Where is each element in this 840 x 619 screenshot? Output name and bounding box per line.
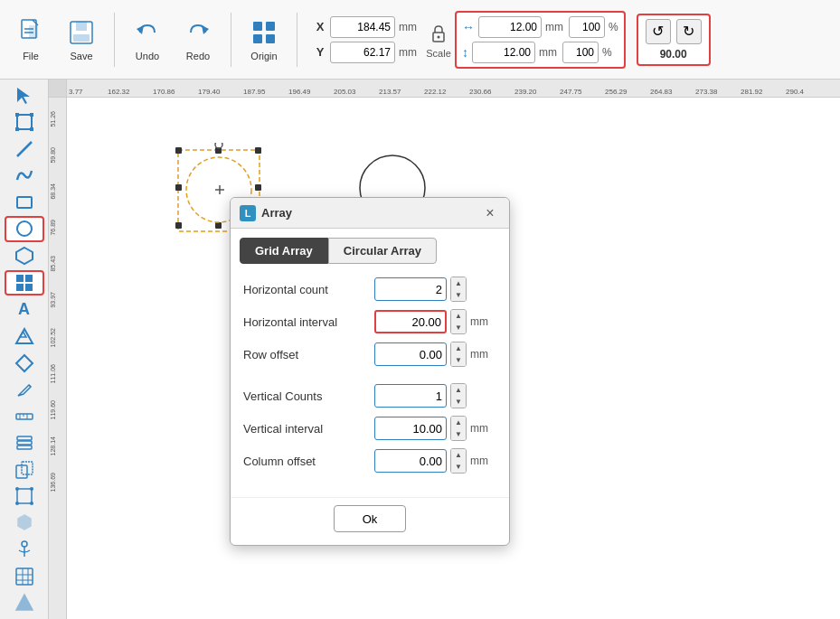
horizontal-interval-up[interactable]: ▲ xyxy=(451,310,466,322)
row-offset-down[interactable]: ▼ xyxy=(451,354,466,366)
row-offset-input[interactable] xyxy=(374,342,447,366)
horizontal-interval-label: Horizontal interval xyxy=(243,315,374,329)
svg-point-14 xyxy=(438,35,440,38)
sidebar-pen-tool[interactable] xyxy=(5,378,44,402)
height-unit: mm xyxy=(539,46,559,59)
vertical-interval-up[interactable]: ▲ xyxy=(451,417,466,428)
svg-point-44 xyxy=(30,487,33,491)
svg-marker-29 xyxy=(16,329,33,343)
sidebar-rect-tool[interactable] xyxy=(5,190,44,214)
vertical-counts-input-wrap: ▲ ▼ xyxy=(374,383,467,408)
row-offset-up[interactable]: ▲ xyxy=(451,342,466,354)
horizontal-count-down[interactable]: ▼ xyxy=(451,289,466,301)
column-offset-row: Column offset ▲ ▼ mm xyxy=(243,448,496,474)
ok-button[interactable]: Ok xyxy=(334,505,406,532)
column-offset-input[interactable] xyxy=(374,449,447,473)
rotate-cw-button[interactable]: ↻ xyxy=(676,19,702,44)
dialog-close-button[interactable]: × xyxy=(480,203,500,223)
lock-icon[interactable] xyxy=(426,21,451,46)
rotate-ccw-button[interactable]: ↺ xyxy=(646,19,671,44)
width-icon: ↔ xyxy=(462,20,475,34)
sidebar-layers-tool[interactable] xyxy=(5,431,44,455)
height-pct-label: % xyxy=(602,46,612,59)
sidebar-polygon-tool[interactable] xyxy=(5,244,44,268)
height-row: ↕ mm % xyxy=(462,42,618,63)
vertical-interval-unit: mm xyxy=(470,422,488,435)
vertical-interval-input[interactable] xyxy=(374,417,447,440)
ruler-vertical: 51.26 59.80 68.34 76.89 85.43 93.97 102.… xyxy=(49,80,67,619)
sidebar-transform-tool[interactable] xyxy=(5,484,44,509)
ruler-horizontal: 3.77 162.32 170.86 179.40 187.95 196.49 … xyxy=(67,80,840,98)
dialog-title-left: L Array xyxy=(240,205,292,221)
column-offset-spinner: ▲ ▼ xyxy=(450,448,467,474)
column-offset-unit: mm xyxy=(470,455,488,467)
svg-rect-64 xyxy=(175,184,182,191)
svg-rect-19 xyxy=(15,127,19,131)
vertical-interval-spinner: ▲ ▼ xyxy=(450,416,467,441)
svg-point-43 xyxy=(15,487,19,491)
horizontal-count-up[interactable]: ▲ xyxy=(451,277,466,289)
horizontal-interval-spinner: ▲ ▼ xyxy=(450,309,467,334)
sidebar-group-tool[interactable] xyxy=(5,511,44,535)
svg-rect-27 xyxy=(16,284,24,291)
sidebar-anchor-tool[interactable] xyxy=(5,538,44,562)
sidebar-measure-tool[interactable] xyxy=(5,591,44,615)
sidebar-line-tool[interactable] xyxy=(5,136,44,161)
horizontal-count-input[interactable] xyxy=(374,277,447,301)
save-button[interactable]: Save xyxy=(58,7,105,72)
height-input[interactable] xyxy=(472,42,535,63)
svg-rect-57 xyxy=(175,147,182,154)
column-offset-down[interactable]: ▼ xyxy=(451,461,466,473)
svg-rect-6 xyxy=(73,34,90,42)
width-input[interactable] xyxy=(478,16,542,38)
rotate-group: ↺ ↻ 90.00 xyxy=(637,14,711,66)
sidebar-frame-tool[interactable] xyxy=(5,109,44,134)
vertical-interval-down[interactable]: ▼ xyxy=(451,428,466,440)
sidebar-curve-tool[interactable] xyxy=(5,163,44,187)
svg-line-21 xyxy=(17,142,32,156)
vertical-counts-input[interactable] xyxy=(374,384,447,408)
horizontal-interval-unit: mm xyxy=(470,315,488,328)
x-input[interactable] xyxy=(330,16,395,38)
vertical-counts-up[interactable]: ▲ xyxy=(451,384,466,396)
sidebar-text-tool[interactable]: A xyxy=(5,297,44,322)
sidebar-select-tool[interactable] xyxy=(5,83,44,108)
dimensions-group: ↔ mm % ↕ mm % xyxy=(455,11,626,69)
tab-circular-array[interactable]: Circular Array xyxy=(328,238,437,264)
svg-rect-10 xyxy=(266,22,275,31)
divider-3 xyxy=(297,13,297,67)
vertical-counts-down[interactable]: ▼ xyxy=(451,396,466,408)
svg-rect-25 xyxy=(16,275,24,282)
file-button[interactable]: File xyxy=(7,7,54,72)
tab-grid-array[interactable]: Grid Array xyxy=(240,238,328,264)
height-pct-input[interactable] xyxy=(562,42,599,63)
y-input[interactable] xyxy=(330,42,395,63)
vertical-counts-row: Vertical Counts ▲ ▼ xyxy=(243,383,496,408)
sidebar-grid-tool[interactable] xyxy=(5,564,44,588)
sidebar-ellipse-tool[interactable] xyxy=(5,216,44,241)
svg-marker-8 xyxy=(202,25,209,34)
sidebar-diamond-tool[interactable] xyxy=(5,351,44,375)
row-offset-input-wrap: ▲ ▼ mm xyxy=(374,342,488,367)
origin-button[interactable]: Origin xyxy=(241,7,288,72)
sidebar-array-tool[interactable] xyxy=(5,270,44,295)
row-offset-label: Row offset xyxy=(243,348,374,361)
row-offset-spinner: ▲ ▼ xyxy=(450,342,467,367)
svg-marker-15 xyxy=(17,88,30,104)
svg-rect-39 xyxy=(17,445,32,449)
svg-rect-37 xyxy=(17,436,32,440)
dialog-titlebar: L Array × xyxy=(231,198,509,229)
svg-rect-62 xyxy=(215,222,222,229)
svg-marker-7 xyxy=(137,25,144,34)
sidebar-copy-tool[interactable] xyxy=(5,457,44,482)
horizontal-interval-input[interactable] xyxy=(374,310,447,333)
redo-button[interactable]: Redo xyxy=(175,7,222,72)
undo-button[interactable]: Undo xyxy=(124,7,171,72)
horizontal-interval-down[interactable]: ▼ xyxy=(451,322,466,333)
width-pct-input[interactable] xyxy=(569,16,605,38)
row-offset-unit: mm xyxy=(470,348,488,361)
column-offset-up[interactable]: ▲ xyxy=(451,449,466,461)
sidebar-ruler-tool[interactable] xyxy=(5,404,44,428)
sidebar-mountain-tool[interactable] xyxy=(5,324,44,349)
undo-label: Undo xyxy=(136,51,159,61)
